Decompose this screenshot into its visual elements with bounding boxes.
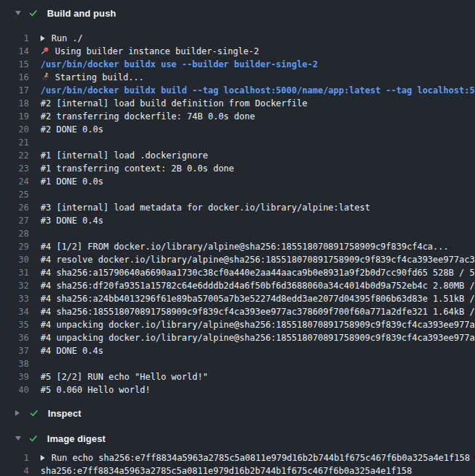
log-text: #1 DONE 0.0s — [41, 177, 104, 187]
log-text: #3 DONE 0.4s — [41, 216, 104, 226]
log-text: #1 [internal] load .dockerignore — [41, 150, 208, 161]
log-line: 33#4 sha256:a24bb4013296f61e89ba57005a7b… — [0, 292, 475, 305]
log-command-text: /usr/bin/docker buildx use --builder bui… — [41, 59, 318, 69]
line-number[interactable]: 1 — [0, 33, 29, 43]
log-line: 29#4 [1/2] FROM docker.io/library/alpine… — [0, 240, 475, 253]
log-text: #4 unpacking docker.io/library/alpine@sh… — [41, 333, 475, 343]
line-number[interactable]: 26 — [0, 203, 29, 213]
log-text: #4 [1/2] FROM docker.io/library/alpine@s… — [41, 242, 449, 252]
line-number[interactable]: 31 — [0, 268, 29, 278]
line-number[interactable]: 36 — [0, 333, 29, 343]
log-command-text: /usr/bin/docker buildx build --tag local… — [41, 85, 475, 95]
log-group-build-and-push: Build and push 1Run ./14Using builder in… — [0, 0, 475, 401]
log-text: #4 resolve docker.io/library/alpine@sha2… — [41, 255, 475, 265]
log-line: 1Run ./ — [0, 32, 475, 45]
log-line: 23#1 transferring context: 2B 0.0s done — [0, 162, 475, 175]
line-number[interactable]: 17 — [0, 85, 29, 95]
line-number[interactable]: 30 — [0, 255, 29, 265]
line-number[interactable]: 4 — [0, 466, 29, 476]
line-number[interactable]: 37 — [0, 346, 29, 356]
log-text: #4 sha256:185518070891758909c9f839cf4ca3… — [41, 307, 475, 317]
log-lines-image-digest: 1Run echo sha256:e7ff8834a5963a2785c5a08… — [0, 451, 475, 476]
log-text: #4 sha256:a15790640a6690aa1730c38cf0a440… — [41, 268, 475, 278]
log-text: #4 sha256:df20fa9351a15782c64e6dddb2d4a6… — [41, 281, 475, 291]
line-number[interactable]: 16 — [0, 72, 29, 82]
log-text: #3 [internal] load metadata for docker.i… — [41, 203, 370, 213]
line-number[interactable]: 32 — [0, 281, 29, 291]
log-text: sha256:e7ff8834a5963a2785c5a0811e979d16b… — [41, 466, 412, 476]
line-number[interactable]: 15 — [0, 59, 29, 69]
log-text: #2 DONE 0.0s — [41, 124, 104, 135]
log-group-image-digest: Image digest 1Run echo sha256:e7ff8834a5… — [0, 425, 475, 476]
log-text: #5 0.060 Hello world! — [41, 385, 151, 395]
line-number[interactable]: 38 — [0, 359, 29, 369]
log-text: #4 unpacking docker.io/library/alpine@sh… — [41, 320, 475, 330]
log-group-inspect: Inspect — [0, 401, 475, 425]
line-number[interactable]: 1 — [0, 453, 29, 463]
line-number[interactable]: 20 — [0, 124, 29, 135]
line-number[interactable]: 39 — [0, 372, 29, 382]
log-line: 36#4 unpacking docker.io/library/alpine@… — [0, 331, 475, 344]
log-text: Using builder instance builder-single-2 — [41, 46, 259, 57]
line-number[interactable]: 29 — [0, 242, 29, 252]
log-lines-build-and-push: 1Run ./14Using builder instance builder-… — [0, 26, 475, 401]
log-line: 20#2 DONE 0.0s — [0, 123, 475, 136]
log-line: 17/usr/bin/docker buildx build --tag loc… — [0, 84, 475, 97]
run-expand-chevron-icon[interactable] — [41, 455, 45, 461]
line-number[interactable]: 19 — [0, 111, 29, 122]
log-line: 32#4 sha256:df20fa9351a15782c64e6dddb2d4… — [0, 279, 475, 292]
log-text: Run echo sha256:e7ff8834a5963a2785c5a081… — [41, 453, 470, 463]
line-number[interactable]: 14 — [0, 46, 29, 56]
line-number[interactable]: 25 — [0, 190, 29, 200]
log-line: 22#1 [internal] load .dockerignore — [0, 149, 475, 162]
group-title: Image digest — [47, 433, 106, 444]
group-title: Inspect — [48, 408, 81, 419]
log-line: 14Using builder instance builder-single-… — [0, 45, 475, 58]
log-line: 24#1 DONE 0.0s — [0, 175, 475, 188]
log-text: #2 transferring dockerfile: 74B 0.0s don… — [41, 111, 255, 122]
log-text: #4 sha256:a24bb4013296f61e89ba57005a7b3e… — [41, 294, 475, 304]
collapse-triangle-icon[interactable] — [15, 11, 21, 15]
group-header-build-and-push[interactable]: Build and push — [0, 0, 475, 26]
pushpin-icon — [41, 46, 49, 57]
collapse-triangle-icon[interactable] — [15, 436, 21, 441]
line-number[interactable]: 24 — [0, 177, 29, 187]
log-line: 28 — [0, 227, 475, 240]
line-number[interactable]: 40 — [0, 385, 29, 395]
group-header-inspect[interactable]: Inspect — [0, 401, 475, 425]
line-number[interactable]: 22 — [0, 150, 29, 161]
log-line: 26#3 [internal] load metadata for docker… — [0, 201, 475, 214]
log-line: 39#5 [2/2] RUN echo "Hello world!" — [0, 370, 475, 383]
line-number[interactable]: 28 — [0, 229, 29, 239]
actions-log-viewer: Build and push 1Run ./14Using builder in… — [0, 0, 475, 476]
log-line: 18#2 [internal] load build definition fr… — [0, 97, 475, 110]
line-number[interactable]: 35 — [0, 320, 29, 330]
log-text: #4 DONE 0.4s — [41, 346, 104, 356]
log-line: 15/usr/bin/docker buildx use --builder b… — [0, 58, 475, 71]
success-check-icon — [28, 8, 38, 18]
runner-icon — [41, 72, 49, 83]
run-expand-chevron-icon[interactable] — [41, 35, 45, 41]
log-line: 31#4 sha256:a15790640a6690aa1730c38cf0a4… — [0, 266, 475, 279]
log-line: 4sha256:e7ff8834a5963a2785c5a0811e979d16… — [0, 464, 475, 476]
success-check-icon — [29, 408, 39, 418]
log-line: 35#4 unpacking docker.io/library/alpine@… — [0, 318, 475, 331]
log-line: 1Run echo sha256:e7ff8834a5963a2785c5a08… — [0, 451, 475, 464]
line-number[interactable]: 21 — [0, 137, 29, 148]
log-line: 30#4 resolve docker.io/library/alpine@sh… — [0, 253, 475, 266]
log-line: 19#2 transferring dockerfile: 74B 0.0s d… — [0, 110, 475, 123]
log-line: 21 — [0, 136, 475, 149]
log-line: 38 — [0, 357, 475, 370]
group-header-image-digest[interactable]: Image digest — [0, 425, 475, 451]
success-check-icon — [28, 433, 38, 443]
line-number[interactable]: 33 — [0, 294, 29, 304]
line-number[interactable]: 18 — [0, 98, 29, 109]
line-number[interactable]: 27 — [0, 216, 29, 226]
log-line: 27#3 DONE 0.4s — [0, 214, 475, 227]
log-line: 16Starting build... — [0, 71, 475, 84]
line-number[interactable]: 34 — [0, 307, 29, 317]
log-line: 37#4 DONE 0.4s — [0, 344, 475, 357]
line-number[interactable]: 23 — [0, 163, 29, 174]
expand-triangle-icon[interactable] — [15, 410, 20, 416]
log-text: #1 transferring context: 2B 0.0s done — [41, 163, 234, 174]
